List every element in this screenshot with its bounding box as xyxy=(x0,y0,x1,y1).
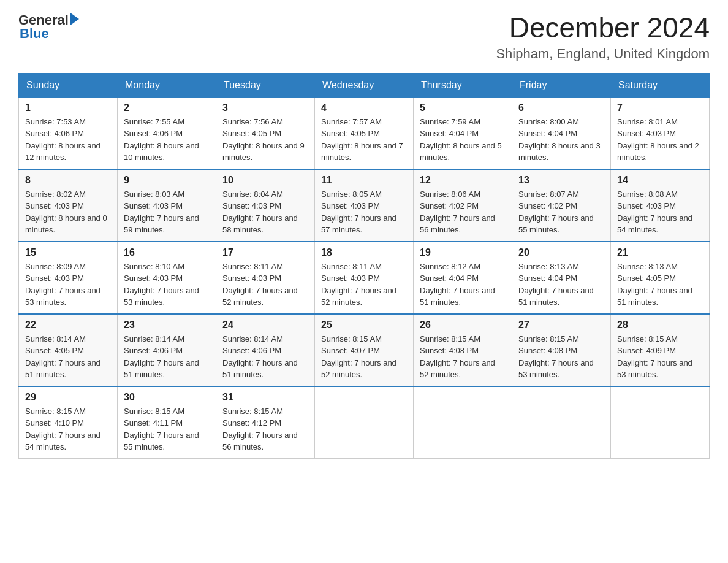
calendar-cell: 18Sunrise: 8:11 AMSunset: 4:03 PMDayligh… xyxy=(315,242,414,314)
day-number: 29 xyxy=(25,392,111,403)
logo-blue: Blue xyxy=(20,26,49,42)
day-number: 27 xyxy=(518,320,604,331)
col-saturday: Saturday xyxy=(611,73,710,97)
calendar-cell: 8Sunrise: 8:02 AMSunset: 4:03 PMDaylight… xyxy=(19,169,118,242)
day-info: Sunrise: 8:15 AMSunset: 4:09 PMDaylight:… xyxy=(617,333,703,381)
day-info: Sunrise: 8:15 AMSunset: 4:12 PMDaylight:… xyxy=(222,405,308,453)
day-number: 21 xyxy=(617,247,703,258)
calendar-cell: 14Sunrise: 8:08 AMSunset: 4:03 PMDayligh… xyxy=(611,169,710,242)
calendar-cell: 11Sunrise: 8:05 AMSunset: 4:03 PMDayligh… xyxy=(315,169,414,242)
calendar-cell: 10Sunrise: 8:04 AMSunset: 4:03 PMDayligh… xyxy=(216,169,315,242)
calendar-cell xyxy=(611,386,710,459)
day-info: Sunrise: 8:14 AMSunset: 4:05 PMDaylight:… xyxy=(25,333,111,381)
day-info: Sunrise: 8:15 AMSunset: 4:08 PMDaylight:… xyxy=(420,333,506,381)
day-info: Sunrise: 7:56 AMSunset: 4:05 PMDaylight:… xyxy=(222,116,308,164)
day-number: 18 xyxy=(321,247,407,258)
day-info: Sunrise: 7:59 AMSunset: 4:04 PMDaylight:… xyxy=(420,116,506,164)
day-info: Sunrise: 8:06 AMSunset: 4:02 PMDaylight:… xyxy=(420,188,506,236)
col-tuesday: Tuesday xyxy=(216,73,315,97)
day-number: 2 xyxy=(124,102,210,113)
day-number: 12 xyxy=(420,175,506,186)
calendar-cell xyxy=(315,386,414,459)
day-number: 5 xyxy=(420,102,506,113)
calendar-cell: 22Sunrise: 8:14 AMSunset: 4:05 PMDayligh… xyxy=(19,314,118,386)
day-info: Sunrise: 8:08 AMSunset: 4:03 PMDaylight:… xyxy=(617,188,703,236)
calendar-cell: 9Sunrise: 8:03 AMSunset: 4:03 PMDaylight… xyxy=(118,169,216,242)
day-number: 10 xyxy=(222,175,308,186)
calendar-week-row: 1Sunrise: 7:53 AMSunset: 4:06 PMDaylight… xyxy=(19,97,710,169)
calendar-cell: 15Sunrise: 8:09 AMSunset: 4:03 PMDayligh… xyxy=(19,242,118,314)
calendar-week-row: 29Sunrise: 8:15 AMSunset: 4:10 PMDayligh… xyxy=(19,386,710,459)
calendar-cell: 30Sunrise: 8:15 AMSunset: 4:11 PMDayligh… xyxy=(118,386,216,459)
calendar-cell: 4Sunrise: 7:57 AMSunset: 4:05 PMDaylight… xyxy=(315,97,414,169)
calendar-cell: 17Sunrise: 8:11 AMSunset: 4:03 PMDayligh… xyxy=(216,242,315,314)
day-info: Sunrise: 8:13 AMSunset: 4:04 PMDaylight:… xyxy=(518,261,604,308)
day-number: 17 xyxy=(222,247,308,258)
calendar-week-row: 15Sunrise: 8:09 AMSunset: 4:03 PMDayligh… xyxy=(19,242,710,314)
calendar-cell: 12Sunrise: 8:06 AMSunset: 4:02 PMDayligh… xyxy=(414,169,512,242)
day-info: Sunrise: 7:53 AMSunset: 4:06 PMDaylight:… xyxy=(25,116,111,164)
day-info: Sunrise: 8:04 AMSunset: 4:03 PMDaylight:… xyxy=(222,188,308,236)
day-info: Sunrise: 8:12 AMSunset: 4:04 PMDaylight:… xyxy=(420,261,506,308)
header-row: Sunday Monday Tuesday Wednesday Thursday… xyxy=(19,73,710,97)
calendar-table: Sunday Monday Tuesday Wednesday Thursday… xyxy=(18,73,710,459)
calendar-cell: 2Sunrise: 7:55 AMSunset: 4:06 PMDaylight… xyxy=(118,97,216,169)
day-info: Sunrise: 8:02 AMSunset: 4:03 PMDaylight:… xyxy=(25,188,111,236)
title-area: December 2024 Shipham, England, United K… xyxy=(496,12,710,62)
day-info: Sunrise: 8:01 AMSunset: 4:03 PMDaylight:… xyxy=(617,116,703,164)
calendar-cell: 28Sunrise: 8:15 AMSunset: 4:09 PMDayligh… xyxy=(611,314,710,386)
day-number: 20 xyxy=(518,247,604,258)
day-number: 7 xyxy=(617,102,703,113)
day-info: Sunrise: 8:13 AMSunset: 4:05 PMDaylight:… xyxy=(617,261,703,308)
logo: General Blue xyxy=(18,12,79,42)
day-number: 11 xyxy=(321,175,407,186)
day-info: Sunrise: 8:14 AMSunset: 4:06 PMDaylight:… xyxy=(222,333,308,381)
day-number: 6 xyxy=(518,102,604,113)
col-wednesday: Wednesday xyxy=(315,73,414,97)
day-info: Sunrise: 8:03 AMSunset: 4:03 PMDaylight:… xyxy=(124,188,210,236)
subtitle: Shipham, England, United Kingdom xyxy=(496,46,710,62)
day-number: 9 xyxy=(124,175,210,186)
calendar-cell: 24Sunrise: 8:14 AMSunset: 4:06 PMDayligh… xyxy=(216,314,315,386)
calendar-week-row: 22Sunrise: 8:14 AMSunset: 4:05 PMDayligh… xyxy=(19,314,710,386)
calendar-cell: 1Sunrise: 7:53 AMSunset: 4:06 PMDaylight… xyxy=(19,97,118,169)
day-info: Sunrise: 8:15 AMSunset: 4:07 PMDaylight:… xyxy=(321,333,407,381)
day-info: Sunrise: 7:55 AMSunset: 4:06 PMDaylight:… xyxy=(124,116,210,164)
day-number: 1 xyxy=(25,102,111,113)
day-info: Sunrise: 8:09 AMSunset: 4:03 PMDaylight:… xyxy=(25,261,111,308)
calendar-cell: 20Sunrise: 8:13 AMSunset: 4:04 PMDayligh… xyxy=(512,242,611,314)
calendar-cell: 21Sunrise: 8:13 AMSunset: 4:05 PMDayligh… xyxy=(611,242,710,314)
calendar-cell: 31Sunrise: 8:15 AMSunset: 4:12 PMDayligh… xyxy=(216,386,315,459)
calendar-cell xyxy=(414,386,512,459)
day-number: 19 xyxy=(420,247,506,258)
day-number: 31 xyxy=(222,392,308,403)
day-info: Sunrise: 8:14 AMSunset: 4:06 PMDaylight:… xyxy=(124,333,210,381)
day-info: Sunrise: 7:57 AMSunset: 4:05 PMDaylight:… xyxy=(321,116,407,164)
day-info: Sunrise: 8:05 AMSunset: 4:03 PMDaylight:… xyxy=(321,188,407,236)
calendar-cell: 26Sunrise: 8:15 AMSunset: 4:08 PMDayligh… xyxy=(414,314,512,386)
calendar-cell xyxy=(512,386,611,459)
day-number: 30 xyxy=(124,392,210,403)
day-info: Sunrise: 8:10 AMSunset: 4:03 PMDaylight:… xyxy=(124,261,210,308)
day-number: 24 xyxy=(222,320,308,331)
calendar-cell: 6Sunrise: 8:00 AMSunset: 4:04 PMDaylight… xyxy=(512,97,611,169)
calendar-cell: 13Sunrise: 8:07 AMSunset: 4:02 PMDayligh… xyxy=(512,169,611,242)
calendar-cell: 25Sunrise: 8:15 AMSunset: 4:07 PMDayligh… xyxy=(315,314,414,386)
day-number: 15 xyxy=(25,247,111,258)
calendar-cell: 23Sunrise: 8:14 AMSunset: 4:06 PMDayligh… xyxy=(118,314,216,386)
day-info: Sunrise: 8:11 AMSunset: 4:03 PMDaylight:… xyxy=(222,261,308,308)
calendar-cell: 16Sunrise: 8:10 AMSunset: 4:03 PMDayligh… xyxy=(118,242,216,314)
day-info: Sunrise: 8:15 AMSunset: 4:10 PMDaylight:… xyxy=(25,405,111,453)
calendar-cell: 27Sunrise: 8:15 AMSunset: 4:08 PMDayligh… xyxy=(512,314,611,386)
calendar-week-row: 8Sunrise: 8:02 AMSunset: 4:03 PMDaylight… xyxy=(19,169,710,242)
header: General Blue December 2024 Shipham, Engl… xyxy=(18,12,710,62)
calendar-cell: 19Sunrise: 8:12 AMSunset: 4:04 PMDayligh… xyxy=(414,242,512,314)
day-number: 14 xyxy=(617,175,703,186)
main-title: December 2024 xyxy=(496,12,710,44)
col-sunday: Sunday xyxy=(19,73,118,97)
col-thursday: Thursday xyxy=(414,73,512,97)
day-number: 28 xyxy=(617,320,703,331)
logo-arrow-icon xyxy=(70,13,79,25)
col-friday: Friday xyxy=(512,73,611,97)
calendar-cell: 3Sunrise: 7:56 AMSunset: 4:05 PMDaylight… xyxy=(216,97,315,169)
